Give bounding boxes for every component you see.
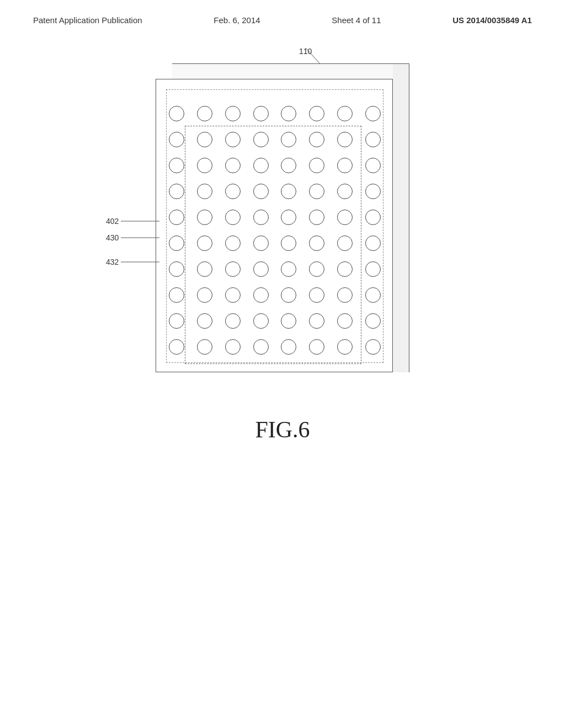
led-circle (365, 106, 381, 121)
circle-cell (247, 334, 275, 360)
led-circle (225, 158, 241, 173)
sheet-info: Sheet 4 of 11 (332, 15, 381, 25)
circle-cell (359, 256, 387, 282)
led-circle (197, 261, 212, 277)
circle-cell (191, 204, 219, 230)
circle-cell (359, 282, 387, 308)
led-circle (197, 235, 212, 251)
led-circle (365, 132, 381, 147)
led-circle (309, 210, 324, 225)
led-circle (365, 313, 381, 329)
led-circle (253, 132, 269, 147)
led-circle (337, 132, 353, 147)
led-circle (365, 339, 381, 355)
circle-cell (247, 126, 275, 152)
circle-cell (331, 178, 359, 204)
led-circle (281, 339, 296, 355)
circle-cell (331, 204, 359, 230)
page-header: Patent Application Publication Feb. 6, 2… (0, 0, 565, 25)
led-circle (365, 158, 381, 173)
led-circle (169, 339, 184, 355)
led-circle (225, 313, 241, 329)
circle-cell (163, 126, 191, 152)
circle-cell (163, 308, 191, 334)
led-circle (365, 287, 381, 303)
led-circle (169, 210, 184, 225)
circle-cell (163, 178, 191, 204)
led-circle (225, 210, 241, 225)
led-circle (281, 184, 296, 199)
led-circle (225, 235, 241, 251)
circle-cell (247, 230, 275, 256)
circle-cell (219, 334, 247, 360)
main-content: 110 402 (0, 58, 565, 443)
circle-cell (275, 178, 303, 204)
led-circle (337, 158, 353, 173)
led-circle (365, 210, 381, 225)
publication-type: Patent Application Publication (33, 15, 142, 25)
ref-432-container: 432 (106, 258, 165, 266)
circle-cell (275, 126, 303, 152)
circle-cell (219, 256, 247, 282)
led-circle (225, 106, 241, 121)
led-circle (253, 106, 269, 121)
publication-date: Feb. 6, 2014 (214, 15, 260, 25)
figure-label: FIG.6 (255, 416, 310, 443)
circle-cell (219, 152, 247, 178)
ref-430-label: 430 (106, 233, 119, 242)
circle-cell (191, 126, 219, 152)
circle-cell (303, 152, 331, 178)
led-circle (365, 235, 381, 251)
led-circle (309, 184, 324, 199)
circle-cell (247, 178, 275, 204)
circle-cell (331, 100, 359, 126)
led-circle (281, 106, 296, 121)
circle-cell (359, 152, 387, 178)
led-circle (197, 184, 212, 199)
ref-430-container: 430 (106, 233, 165, 242)
circle-cell (331, 282, 359, 308)
led-circle (225, 132, 241, 147)
circle-cell (219, 126, 247, 152)
circle-cell (247, 204, 275, 230)
circle-cell (331, 230, 359, 256)
led-circle (281, 235, 296, 251)
circle-cell (275, 230, 303, 256)
circle-cell (191, 178, 219, 204)
circle-cell (219, 204, 247, 230)
led-circle (253, 339, 269, 355)
circle-cell (247, 100, 275, 126)
led-circle (281, 210, 296, 225)
circle-cell (275, 308, 303, 334)
led-circle (309, 261, 324, 277)
circle-cell (303, 126, 331, 152)
led-circle (281, 287, 296, 303)
circle-cell (303, 204, 331, 230)
circle-cell (219, 282, 247, 308)
led-circle (337, 210, 353, 225)
led-circle (281, 158, 296, 173)
led-circle (337, 261, 353, 277)
ref-432-line (121, 261, 165, 263)
circle-cell (219, 100, 247, 126)
led-circle (225, 261, 241, 277)
box-top-face (172, 63, 409, 79)
circle-cell (303, 308, 331, 334)
box-3d-diagram (156, 63, 409, 372)
circle-cell (247, 282, 275, 308)
led-circle (309, 235, 324, 251)
led-circle (225, 184, 241, 199)
led-circle (169, 184, 184, 199)
led-circle (309, 287, 324, 303)
led-circle (253, 235, 269, 251)
led-circle (309, 313, 324, 329)
led-circle (169, 132, 184, 147)
led-circle (253, 261, 269, 277)
circle-cell (359, 308, 387, 334)
circle-cell (275, 282, 303, 308)
led-circle (253, 158, 269, 173)
led-circle (197, 106, 212, 121)
circle-cell (303, 282, 331, 308)
led-circle (337, 235, 353, 251)
circle-cell (191, 256, 219, 282)
